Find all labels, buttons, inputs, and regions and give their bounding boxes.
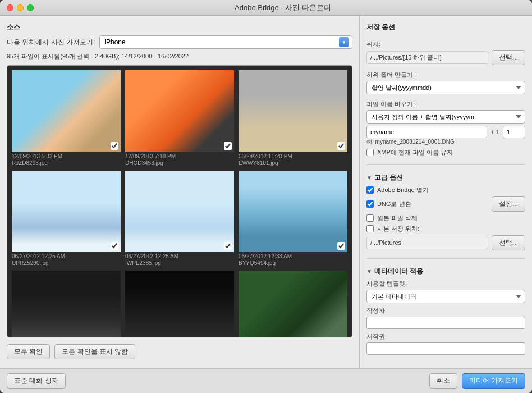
photo-thumb-wrapper (125, 70, 234, 152)
copyright-input[interactable] (366, 342, 525, 355)
dng-checkbox-row: DNG로 변환 (366, 200, 488, 208)
left-panel: 소스 다음 위치에서 사진 가져오기: iPhone 95개 파일이 표시됨(9… (0, 16, 359, 368)
from-label: 다음 위치에서 사진 가져오기: (7, 38, 95, 47)
save-options-title: 저장 옵션 (366, 22, 525, 32)
photo-name: RJZD8293.jpg (12, 160, 121, 166)
footer-right: 취소 미디어 가져오기 (429, 373, 525, 389)
titlebar: Adobe Bridge - 사진 다운로더 (0, 0, 532, 16)
photo-checkbox[interactable] (337, 242, 345, 250)
footer-left: 표준 대화 상자 (7, 373, 66, 389)
template-select[interactable]: 기본 메타데이터 (366, 290, 525, 303)
photo-thumb-wrapper (239, 171, 347, 253)
open-bridge-label: Adobe Bridge 열기 (377, 186, 429, 194)
source-row: 다음 위치에서 사진 가져오기: iPhone (7, 35, 352, 49)
location-section: 위치: /.../Pictures/[15 하위 폴더] 선택... (366, 40, 525, 65)
xmp-label: XMP에 현재 파일 이름 유지 (377, 148, 453, 157)
example-label: 예: (366, 139, 374, 145)
section-divider-1 (366, 164, 525, 165)
save-copy-label: 사본 저장 위치: (377, 225, 419, 233)
file-info: 95개 파일이 표시됨(95개 선택 - 2.40GB); 14/12/2008… (7, 52, 352, 61)
photo-info-block: 12/09/2013 5:32 PM RJZD8293.jpg (12, 153, 121, 166)
photo-info-block: 06/27/2012 12:25 AM UPRZ5290.jpg (12, 253, 121, 266)
standard-dialog-button[interactable]: 표준 대화 상자 (7, 373, 66, 389)
photo-item: 06/27/2012 12:25 AM IWPE2385.jpg (125, 171, 234, 267)
xmp-checkbox-row: XMP에 현재 파일 이름 유지 (366, 148, 525, 157)
location-select-button[interactable]: 선택... (492, 50, 525, 65)
photo-thumb-wrapper (239, 271, 347, 337)
photo-item: 06/27/2012 12:25 AM UPRZ5290.jpg (12, 171, 121, 267)
photo-grid: 12/09/2013 5:32 PM RJZD8293.jpg 12/09/20… (12, 70, 347, 337)
rename-section: 파일 이름 바꾸기: 사용자 정의 이름 + 촬영 날짜(yyyyym + 1 … (366, 100, 525, 157)
photo-item: 06/25/2012 3:51 PM DUEY6152.jpg (12, 271, 121, 337)
footer-bar: 표준 대화 상자 취소 미디어 가져오기 (0, 368, 532, 393)
get-media-button[interactable]: 미디어 가져오기 (462, 373, 525, 389)
save-copy-checkbox[interactable] (366, 225, 374, 232)
location-path: /.../Pictures/[15 하위 폴더] (366, 51, 488, 64)
photo-date: 06/28/2012 11:20 PM (239, 153, 347, 159)
photo-name: IWPE2385.jpg (125, 260, 234, 266)
metadata-section: ▼ 메타데이터 적용 사용할 템플릿: 기본 메타데이터 작성자: (366, 267, 525, 355)
author-input[interactable] (366, 317, 525, 329)
photo-date: 06/27/2012 12:33 AM (239, 253, 347, 259)
check-all-button[interactable]: 모두 확인 (7, 344, 50, 359)
cancel-button[interactable]: 취소 (429, 373, 457, 389)
photo-checkbox[interactable] (111, 242, 118, 250)
rename-number-input[interactable] (503, 126, 525, 138)
copyright-section: 저작권: (366, 332, 525, 355)
photo-thumb-wrapper (125, 271, 234, 337)
dng-checkbox[interactable] (366, 200, 374, 208)
advanced-section: ▼ 고급 옵션 Adobe Bridge 열기 DNG로 변환 설정... (366, 173, 525, 250)
photo-name: DHOD3453.jpg (125, 160, 234, 166)
location-label: 위치: (366, 40, 525, 48)
dng-row: DNG로 변환 설정... (366, 196, 525, 212)
rename-label: 파일 이름 바꾸기: (366, 100, 525, 108)
maximize-button[interactable] (27, 4, 34, 11)
dng-settings-button[interactable]: 설정... (492, 196, 525, 212)
photo-date: 12/09/2013 7:18 PM (125, 153, 234, 159)
photo-checkbox[interactable] (337, 142, 345, 150)
photo-thumb-wrapper (12, 271, 121, 337)
open-bridge-checkbox[interactable] (366, 186, 374, 194)
rename-input[interactable] (366, 126, 487, 138)
template-section: 사용할 템플릿: 기본 메타데이터 (366, 280, 525, 303)
metadata-header[interactable]: ▼ 메타데이터 적용 (366, 267, 525, 276)
photo-date: 06/27/2012 12:25 AM (125, 253, 234, 259)
photo-date: 12/09/2013 5:32 PM (12, 153, 121, 159)
subfolder-select[interactable]: 촬영 날짜(yyyymmdd) (366, 81, 525, 94)
main-window: Adobe Bridge - 사진 다운로더 소스 다음 위치에서 사진 가져오… (0, 0, 532, 393)
save-copy-row: 사본 저장 위치: (366, 225, 525, 233)
save-copy-path: /.../Pictures (366, 237, 488, 249)
delete-original-checkbox[interactable] (366, 214, 374, 222)
rename-select[interactable]: 사용자 정의 이름 + 촬영 날짜(yyyyym (366, 110, 525, 124)
xmp-checkbox[interactable] (366, 149, 374, 156)
save-copy-select-button[interactable]: 선택... (492, 235, 525, 250)
close-button[interactable] (7, 4, 13, 11)
photo-date: 06/27/2012 12:25 AM (12, 253, 121, 259)
source-label: 소스 (7, 22, 352, 32)
photo-item: 12/09/2013 5:32 PM RJZD8293.jpg (12, 70, 121, 166)
photo-checkbox[interactable] (224, 142, 232, 150)
device-select-wrapper: iPhone (99, 35, 352, 49)
photo-name: UPRZ5290.jpg (12, 260, 121, 266)
metadata-collapse-icon: ▼ (366, 268, 372, 275)
advanced-label: 고급 옵션 (374, 173, 403, 182)
photo-checkbox[interactable] (224, 242, 232, 250)
minimize-button[interactable] (17, 4, 24, 11)
author-section: 작성자: (366, 307, 525, 329)
photo-thumb-wrapper (239, 70, 347, 152)
section-divider-2 (366, 258, 525, 259)
bottom-buttons: 모두 확인 모든 확인을 표시 않함 (7, 342, 352, 362)
advanced-header[interactable]: ▼ 고급 옵션 (366, 173, 525, 182)
show-unchecked-button[interactable]: 모든 확인을 표시 않함 (54, 344, 135, 359)
rename-row: + 1 (366, 126, 525, 138)
photo-checkbox[interactable] (111, 142, 118, 150)
main-content: 소스 다음 위치에서 사진 가져오기: iPhone 95개 파일이 표시됨(9… (0, 16, 532, 368)
save-copy-path-row: /.../Pictures 선택... (366, 235, 525, 250)
dng-label: DNG로 변환 (377, 200, 411, 208)
photo-grid-container[interactable]: 12/09/2013 5:32 PM RJZD8293.jpg 12/09/20… (7, 65, 352, 337)
delete-original-label: 원본 파일 삭제 (377, 214, 418, 222)
photo-item: 06/25/2012 4:07 PM QMJJ3060.jpg (125, 271, 234, 337)
photo-info-block: 12/09/2013 7:18 PM DHOD3453.jpg (125, 153, 234, 166)
photo-item: 06/25/2012 4:30 PM JQPV2532.jpg (239, 271, 347, 337)
device-select[interactable]: iPhone (99, 35, 352, 49)
